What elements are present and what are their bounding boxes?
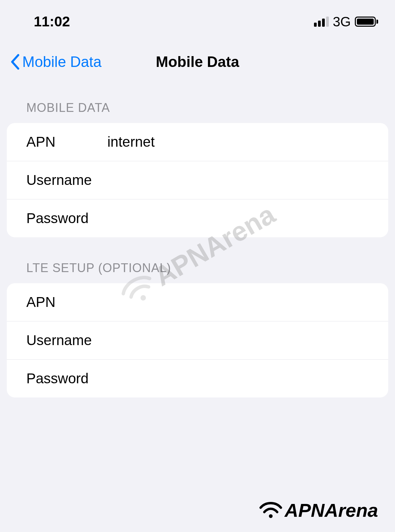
chevron-left-icon xyxy=(10,54,20,70)
mobile-data-card: APN Username Password xyxy=(7,123,388,237)
password-label: Password xyxy=(26,210,107,226)
lte-username-row[interactable]: Username xyxy=(7,321,388,360)
lte-password-input[interactable] xyxy=(107,370,369,387)
back-label: Mobile Data xyxy=(22,53,102,70)
signal-icon xyxy=(314,17,329,27)
lte-setup-card: APN Username Password xyxy=(7,283,388,397)
lte-apn-row[interactable]: APN xyxy=(7,283,388,321)
apn-input[interactable] xyxy=(107,134,369,150)
back-button[interactable]: Mobile Data xyxy=(10,53,102,70)
navigation-bar: Mobile Data Mobile Data xyxy=(0,37,395,84)
lte-apn-label: APN xyxy=(26,294,107,310)
apn-row[interactable]: APN xyxy=(7,123,388,161)
wifi-icon xyxy=(259,500,283,520)
status-bar: 11:02 3G xyxy=(0,0,395,37)
section-header-mobile-data: MOBILE DATA xyxy=(7,101,388,123)
watermark-bottom: APNArena xyxy=(259,499,378,521)
lte-password-row[interactable]: Password xyxy=(7,360,388,397)
lte-username-label: Username xyxy=(26,332,107,348)
watermark-text-bottom: APNArena xyxy=(285,499,378,521)
username-input[interactable] xyxy=(107,172,369,188)
status-indicators: 3G xyxy=(314,14,378,29)
status-time: 11:02 xyxy=(34,14,70,30)
page-title: Mobile Data xyxy=(156,53,239,70)
battery-icon xyxy=(355,17,378,27)
username-row[interactable]: Username xyxy=(7,161,388,199)
password-row[interactable]: Password xyxy=(7,199,388,237)
apn-label: APN xyxy=(26,134,107,150)
username-label: Username xyxy=(26,172,107,188)
content-area: MOBILE DATA APN Username Password LTE SE… xyxy=(0,84,395,397)
network-type-label: 3G xyxy=(333,14,351,29)
lte-apn-input[interactable] xyxy=(107,294,369,310)
password-input[interactable] xyxy=(107,210,369,226)
section-header-lte-setup: LTE SETUP (OPTIONAL) xyxy=(7,261,388,283)
lte-username-input[interactable] xyxy=(107,332,369,348)
lte-password-label: Password xyxy=(26,370,107,387)
svg-point-1 xyxy=(269,514,273,518)
